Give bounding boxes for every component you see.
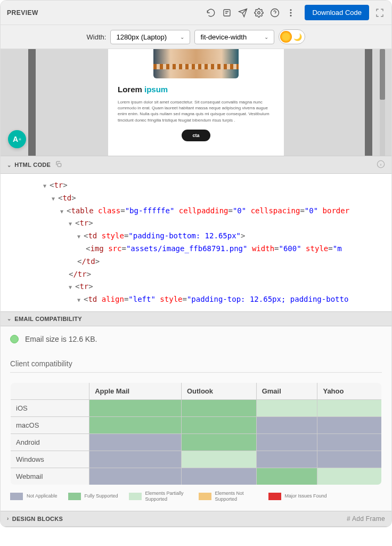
moon-icon: 🌙 xyxy=(292,31,304,43)
svg-point-1 xyxy=(258,11,260,14)
add-frame-link[interactable]: # Add Frame xyxy=(347,515,385,523)
table-header-row: Apple Mail Outlook Gmail Yahoo xyxy=(11,382,382,399)
svg-point-3 xyxy=(291,9,292,10)
legend-item: Elements Partially Supported xyxy=(129,491,188,502)
scrollbar-thumb[interactable] xyxy=(380,49,385,100)
compat-cell xyxy=(256,468,317,485)
mock-heading: Lorem ipsum xyxy=(118,85,274,94)
legend-item: Not Applicable xyxy=(10,491,58,502)
legend-swatch-na xyxy=(10,493,23,500)
notes-icon[interactable] xyxy=(222,7,232,18)
table-row: iOS xyxy=(11,399,382,416)
width-bar: Width: 1280px (Laptop) ⌄ fit-device-widt… xyxy=(1,25,391,49)
divider xyxy=(10,372,382,373)
legend-item: Major Issues Found xyxy=(268,491,327,502)
html-code-header[interactable]: ⌄ HTML CODE xyxy=(1,156,391,174)
info-icon[interactable] xyxy=(377,160,385,170)
svg-rect-0 xyxy=(224,10,230,16)
fit-select-value: fit-device-width xyxy=(200,33,247,41)
row-header: Webmail xyxy=(11,468,89,485)
legend-item: Elements Not Supported xyxy=(199,491,258,502)
assist-fab[interactable]: A≡ xyxy=(8,130,26,148)
svg-point-5 xyxy=(291,15,292,16)
email-compat-header[interactable]: ⌄ EMAIL COMPATIBILITY xyxy=(1,311,391,326)
width-select[interactable]: 1280px (Laptop) ⌄ xyxy=(110,30,190,44)
legend-swatch-part xyxy=(129,493,142,500)
canvas-inner: Lorem ipsum Lorem ipsum dolor sit amet c… xyxy=(1,49,391,156)
section-title: EMAIL COMPATIBILITY xyxy=(14,316,82,322)
mock-cta-button[interactable]: cta xyxy=(182,130,210,141)
col-header: Yahoo xyxy=(317,382,382,399)
compat-cell xyxy=(317,451,382,468)
preview-header: PREVIEW Download Code xyxy=(1,1,391,25)
email-preview: Lorem ipsum Lorem ipsum dolor sit amet c… xyxy=(108,49,284,156)
legend-swatch-full xyxy=(68,493,81,500)
app-root: PREVIEW Download Code Width: 1280px (Lap… xyxy=(0,0,392,527)
compat-cell xyxy=(89,433,182,451)
canvas-rail-right xyxy=(365,49,372,156)
compat-subtitle: Client compatibility xyxy=(10,359,382,368)
legend-item: Fully Supported xyxy=(68,491,118,502)
compat-cell xyxy=(317,468,382,485)
code-viewer[interactable]: ▼<tr> ▼<td> ▼<table class="bg-fffffe" ce… xyxy=(1,174,391,311)
sun-icon xyxy=(280,31,292,43)
row-header: Windows xyxy=(11,451,89,468)
table-corner xyxy=(11,382,89,399)
compat-body: Email size is 12.6 KB. Client compatibil… xyxy=(1,326,391,511)
row-header: Android xyxy=(11,433,89,451)
refresh-icon[interactable] xyxy=(206,7,216,18)
status-dot-ok xyxy=(10,335,19,343)
svg-rect-6 xyxy=(58,163,61,166)
compat-cell xyxy=(181,399,256,416)
compat-cell xyxy=(181,433,256,451)
table-row: Webmail xyxy=(11,468,382,485)
mock-hero-image xyxy=(153,49,239,78)
gear-icon[interactable] xyxy=(254,7,264,18)
compat-cell xyxy=(89,416,182,433)
compat-cell xyxy=(317,433,382,451)
col-header: Outlook xyxy=(181,382,256,399)
svg-point-2 xyxy=(271,9,279,17)
design-blocks-header[interactable]: › DESIGN BLOCKS # Add Frame xyxy=(1,511,391,527)
compat-table: Apple Mail Outlook Gmail Yahoo iOSmacOSA… xyxy=(10,382,382,485)
legend-swatch-major xyxy=(268,493,281,500)
row-header: macOS xyxy=(11,416,89,433)
col-header: Apple Mail xyxy=(89,382,182,399)
compat-cell xyxy=(256,451,317,468)
email-size-text: Email size is 12.6 KB. xyxy=(25,335,97,343)
compat-cell xyxy=(89,399,182,416)
fullscreen-icon[interactable] xyxy=(374,7,385,18)
header-toolbar: Download Code xyxy=(206,5,385,20)
table-row: Android xyxy=(11,433,382,451)
chevron-right-icon: › xyxy=(7,516,9,521)
legend: Not Applicable Fully Supported Elements … xyxy=(10,491,382,502)
chevron-down-icon: ⌄ xyxy=(7,316,11,322)
chevron-down-icon: ⌄ xyxy=(7,162,11,168)
section-title: DESIGN BLOCKS xyxy=(12,516,63,522)
more-icon[interactable] xyxy=(285,7,296,18)
compat-cell xyxy=(89,451,182,468)
compat-cell xyxy=(317,416,382,433)
col-header: Gmail xyxy=(256,382,317,399)
compat-cell xyxy=(256,433,317,451)
row-header: iOS xyxy=(11,399,89,416)
compat-cell xyxy=(256,416,317,433)
send-icon[interactable] xyxy=(238,7,248,18)
preview-canvas: Lorem ipsum Lorem ipsum dolor sit amet c… xyxy=(1,49,391,156)
width-label: Width: xyxy=(87,33,107,41)
preview-title: PREVIEW xyxy=(7,9,206,17)
table-row: Windows xyxy=(11,451,382,468)
legend-swatch-not xyxy=(199,493,211,500)
width-select-value: 1280px (Laptop) xyxy=(116,33,167,41)
help-icon[interactable] xyxy=(270,7,280,18)
chevron-down-icon: ⌄ xyxy=(180,34,184,40)
theme-toggle[interactable]: 🌙 xyxy=(279,29,305,44)
compat-cell xyxy=(89,468,182,485)
copy-icon[interactable] xyxy=(51,160,62,169)
compat-cell xyxy=(256,399,317,416)
download-button[interactable]: Download Code xyxy=(305,5,369,20)
mock-paragraph: Lorem ipsum dolor sit amet consectetur. … xyxy=(118,99,274,123)
table-row: macOS xyxy=(11,416,382,433)
compat-cell xyxy=(317,399,382,416)
fit-select[interactable]: fit-device-width ⌄ xyxy=(194,30,274,44)
